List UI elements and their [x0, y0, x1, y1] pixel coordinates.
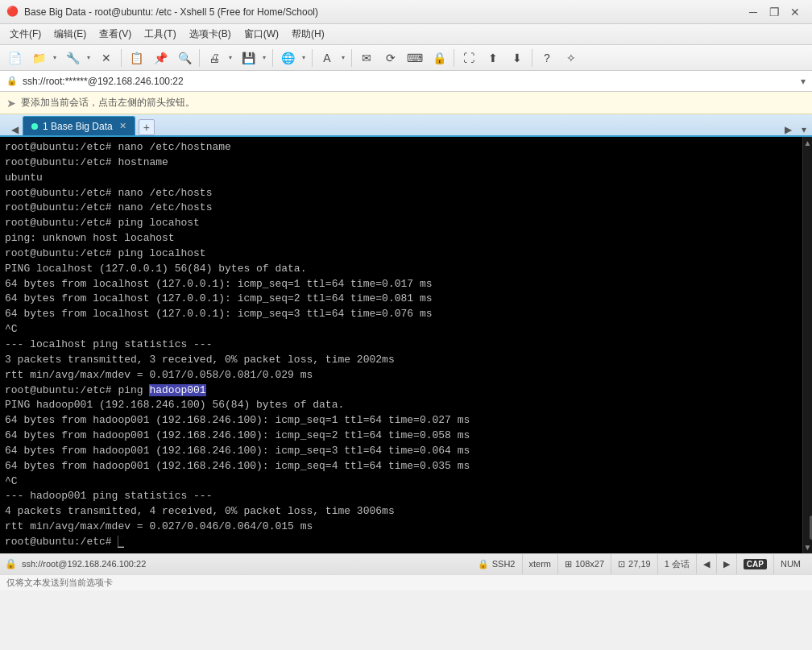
fullscreen-button[interactable]: ⛶ — [458, 48, 480, 68]
terminal-scrollbar[interactable]: ▲ ▼ — [802, 137, 812, 553]
status-lock-icon: 🔒 — [5, 558, 17, 569]
close-button[interactable]: ✕ — [785, 4, 806, 20]
status-sessions: 1 会话 — [657, 553, 696, 574]
address-bar: 🔒 ssh://root:******@192.168.246.100:22 ▾ — [0, 71, 812, 92]
tab-nav-right[interactable]: ▶ — [780, 124, 796, 135]
address-text: ssh://root:******@192.168.246.100:22 — [23, 76, 796, 87]
download-button[interactable]: ⬇ — [506, 48, 528, 68]
restore-button[interactable]: ❐ — [764, 4, 785, 20]
tab-nav-left[interactable]: ◀ — [6, 124, 23, 135]
tab-label: 1 Base Big Data — [43, 121, 113, 132]
toolbar-separator-2 — [199, 49, 200, 67]
address-dropdown-icon[interactable]: ▾ — [801, 76, 806, 87]
properties-button[interactable]: 🔧 — [61, 48, 84, 68]
paste-button[interactable]: 📌 — [149, 48, 172, 68]
bottom-info-bar: 仅将文本发送到当前选项卡 — [0, 574, 812, 590]
status-pos-icon: ⊡ — [618, 559, 625, 569]
tab-add-button[interactable]: + — [139, 119, 155, 135]
print-button[interactable]: 🖨 — [203, 48, 226, 68]
toolbar-separator-3 — [272, 49, 273, 67]
properties-dropdown[interactable]: ▾ — [84, 48, 93, 68]
disconnect-button[interactable]: ✕ — [95, 48, 118, 68]
menu-view[interactable]: 查看(V) — [93, 26, 138, 43]
tab-1[interactable]: 1 Base Big Data ✕ — [23, 116, 135, 135]
title-bar: 🔴 Base Big Data - root@ubuntu: /etc - Xs… — [0, 0, 812, 24]
status-cap: CAP — [736, 553, 773, 574]
info-bar: ➤ 要添加当前会话，点击左侧的箭头按钮。 — [0, 92, 812, 114]
minimize-button[interactable]: ─ — [743, 4, 764, 20]
info-arrow-icon: ➤ — [6, 97, 16, 110]
tab-nav-menu[interactable]: ▾ — [796, 124, 812, 135]
compose-button[interactable]: ✉ — [355, 48, 378, 68]
network-button[interactable]: 🌐 — [276, 48, 299, 68]
status-next-button[interactable]: ▶ — [716, 553, 736, 574]
scroll-down-arrow[interactable]: ▼ — [802, 541, 812, 553]
status-bar: 🔒 ssh://root@192.168.246.100:22 🔒 SSH2 x… — [0, 553, 812, 574]
network-dropdown[interactable]: ▾ — [299, 48, 309, 68]
status-num: NUM — [773, 553, 807, 574]
copy-button[interactable]: 📋 — [125, 48, 147, 68]
menu-tabs[interactable]: 选项卡(B) — [183, 26, 238, 43]
log-button[interactable]: 💾 — [237, 48, 259, 68]
font-button[interactable]: A — [316, 48, 338, 68]
new-session-button[interactable]: 📄 — [3, 48, 26, 68]
menu-edit[interactable]: 编辑(E) — [48, 26, 93, 43]
open-button[interactable]: 📁 — [27, 48, 50, 68]
font-dropdown[interactable]: ▾ — [338, 48, 348, 68]
toolbar-separator-7 — [532, 49, 532, 67]
address-lock-icon: 🔒 — [6, 76, 18, 86]
menu-help[interactable]: 帮助(H) — [285, 26, 331, 43]
open-dropdown[interactable]: ▾ — [50, 48, 60, 68]
menu-tools[interactable]: 工具(T) — [138, 26, 182, 43]
print-dropdown[interactable]: ▾ — [226, 48, 235, 68]
toolbar-separator-6 — [454, 49, 454, 67]
status-terminal-type: xterm — [522, 553, 558, 574]
toolbar-separator-4 — [312, 49, 313, 67]
terminal-output[interactable]: root@ubuntu:/etc# nano /etc/hostnameroot… — [0, 137, 802, 553]
window-title: Base Big Data - root@ubuntu: /etc - Xshe… — [24, 6, 318, 18]
toolbar: 📄 📁 ▾ 🔧 ▾ ✕ 📋 📌 🔍 🖨 ▾ 💾 ▾ 🌐 ▾ A ▾ ✉ ⟳ ⌨ … — [0, 45, 812, 71]
status-size: ⊞ 108x27 — [557, 553, 611, 574]
menu-file[interactable]: 文件(F) — [3, 26, 48, 43]
menu-bar: 文件(F) 编辑(E) 查看(V) 工具(T) 选项卡(B) 窗口(W) 帮助(… — [0, 24, 812, 45]
tab-bar: ◀ 1 Base Big Data ✕ + ▶ ▾ — [0, 114, 812, 137]
transfer-button[interactable]: ⟳ — [379, 48, 402, 68]
tab-close-button[interactable]: ✕ — [119, 121, 126, 131]
app-icon: 🔴 — [6, 6, 19, 19]
extra-button[interactable]: ✧ — [560, 48, 582, 68]
cap-badge: CAP — [744, 559, 767, 569]
upload-button[interactable]: ⬆ — [482, 48, 504, 68]
info-message: 要添加当前会话，点击左侧的箭头按钮。 — [21, 96, 195, 110]
scroll-up-arrow[interactable]: ▲ — [802, 137, 812, 149]
menu-window[interactable]: 窗口(W) — [238, 26, 285, 43]
toolbar-separator-5 — [351, 49, 352, 67]
help-button[interactable]: ? — [536, 48, 558, 68]
status-prev-button[interactable]: ◀ — [696, 553, 716, 574]
keyboard-button[interactable]: ⌨ — [404, 48, 426, 68]
status-protocol: 🔒 SSH2 — [471, 553, 522, 574]
terminal-wrapper: root@ubuntu:/etc# nano /etc/hostnameroot… — [0, 137, 812, 553]
toolbar-separator-1 — [121, 49, 122, 67]
find-button[interactable]: 🔍 — [173, 48, 196, 68]
status-size-icon: ⊞ — [565, 559, 572, 569]
tab-status-indicator — [31, 123, 38, 130]
lock-button[interactable]: 🔒 — [428, 48, 450, 68]
status-address: ssh://root@192.168.246.100:22 — [22, 559, 146, 569]
window-controls[interactable]: ─ ❐ ✕ — [743, 4, 806, 20]
log-dropdown[interactable]: ▾ — [259, 48, 269, 68]
status-lock-small: 🔒 — [478, 559, 489, 569]
bottom-info-text: 仅将文本发送到当前选项卡 — [6, 577, 113, 589]
status-position: ⊡ 27,19 — [611, 553, 657, 574]
scroll-thumb[interactable] — [810, 515, 813, 540]
